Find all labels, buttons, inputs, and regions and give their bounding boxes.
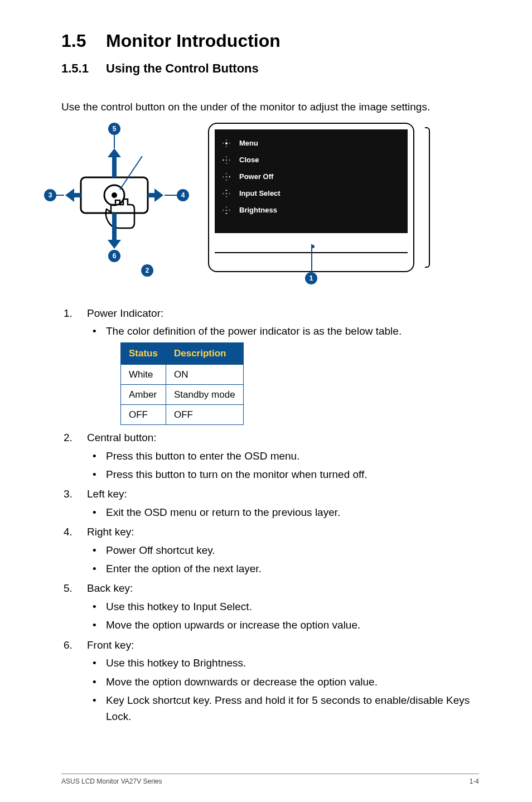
svg-point-35 — [226, 192, 228, 194]
joystick-right-icon — [221, 172, 231, 182]
item-title: Left key: — [87, 488, 127, 500]
instruction-list: Power Indicator: The color definition of… — [61, 305, 479, 725]
svg-marker-21 — [225, 156, 228, 157]
svg-marker-4 — [108, 148, 121, 157]
item-title: Central button: — [87, 432, 157, 443]
osd-item-input: Input Select — [221, 185, 401, 202]
svg-marker-37 — [225, 213, 228, 214]
joystick-left-icon — [221, 155, 231, 165]
figure-row: 5 2 3 4 6 Menu Close — [47, 123, 479, 293]
svg-marker-34 — [229, 192, 230, 195]
svg-point-2 — [112, 192, 117, 198]
osd-label: Brightness — [239, 206, 277, 214]
osd-item-brightness: Brightness — [221, 202, 401, 219]
joystick-down-icon — [221, 205, 231, 215]
table-cell: OFF — [166, 404, 243, 424]
list-item: Front key: Use this hotkey to Brightness… — [61, 637, 479, 725]
svg-marker-38 — [223, 209, 224, 211]
list-item: Power Indicator: The color definition of… — [61, 305, 479, 426]
item-title: Back key: — [87, 582, 133, 594]
sub-item: Enter the option of the next layer. — [87, 561, 479, 577]
osd-label: Input Select — [239, 189, 280, 197]
heading-number: 1.5 — [61, 31, 106, 51]
svg-marker-8 — [65, 189, 74, 202]
page-footer: ASUS LCD Monitor VA27V Series 1-4 — [61, 774, 479, 785]
list-item: Left key: Exit the OSD menu or return to… — [61, 486, 479, 520]
sub-item: Key Lock shortcut key. Press and hold it… — [87, 692, 479, 725]
sub-item: Exit the OSD menu or return to the previ… — [87, 504, 479, 520]
joystick-diagram: 5 2 3 4 6 — [47, 123, 192, 262]
svg-marker-18 — [223, 142, 224, 144]
sub-heading: 1.5.1Using the Control Buttons — [61, 61, 479, 76]
table-cell: OFF — [121, 404, 166, 424]
svg-marker-33 — [223, 192, 224, 195]
list-item: Back key: Use this hotkey to Input Selec… — [61, 580, 479, 633]
osd-label: Menu — [239, 139, 258, 147]
osd-item-menu: Menu — [221, 135, 401, 152]
joystick-svg — [47, 123, 192, 262]
table-cell: Amber — [121, 384, 166, 404]
footer-left: ASUS LCD Monitor VA27V Series — [61, 777, 162, 785]
svg-marker-22 — [225, 163, 228, 164]
table-cell: Standby mode — [166, 384, 243, 404]
callout-3: 3 — [44, 189, 56, 201]
svg-marker-31 — [225, 190, 228, 191]
intro-paragraph: Use the control button on the under of t… — [61, 99, 479, 115]
heading-title: Monitor Introduction — [106, 31, 280, 51]
osd-screen: Menu Close Power Off Input Select — [208, 123, 425, 293]
svg-line-12 — [120, 156, 142, 190]
table-row: Amber Standby mode — [121, 384, 244, 404]
svg-marker-16 — [225, 139, 228, 141]
item-title: Front key: — [87, 639, 134, 651]
svg-marker-27 — [225, 180, 228, 181]
item-title: Power Indicator: — [87, 307, 163, 319]
svg-marker-28 — [223, 176, 224, 178]
svg-marker-6 — [108, 240, 121, 249]
table-header: Status — [121, 343, 166, 364]
svg-point-25 — [226, 159, 228, 161]
svg-marker-10 — [154, 189, 163, 202]
svg-marker-23 — [223, 159, 224, 161]
footer-right: 1-4 — [470, 777, 479, 785]
sub-item: Press this button to turn on the monitor… — [87, 466, 479, 482]
joystick-center-icon — [221, 138, 231, 148]
list-item: Central button: Press this button to ent… — [61, 429, 479, 482]
table-row: White ON — [121, 364, 244, 384]
subheading-title: Using the Control Buttons — [106, 61, 259, 75]
callout-6: 6 — [108, 250, 120, 262]
sub-item: Power Off shortcut key. — [87, 542, 479, 558]
svg-point-30 — [226, 176, 228, 177]
table-row: OFF OFF — [121, 404, 244, 424]
svg-point-40 — [226, 209, 228, 211]
sub-item: Press this button to enter the OSD menu. — [87, 448, 479, 464]
svg-marker-36 — [225, 206, 228, 207]
svg-marker-19 — [229, 142, 230, 144]
callout-4: 4 — [177, 189, 189, 201]
sub-item: Move the option upwards or increase the … — [87, 617, 479, 633]
item-title: Right key: — [87, 526, 134, 538]
svg-marker-17 — [225, 146, 228, 147]
status-table: Status Description White ON Amber Standb… — [120, 342, 244, 425]
callout-2: 2 — [141, 264, 153, 277]
svg-marker-29 — [229, 176, 230, 178]
callout-1: 1 — [305, 272, 317, 284]
callout-5: 5 — [108, 123, 120, 135]
joystick-up-icon — [221, 189, 231, 199]
osd-panel: Menu Close Power Off Input Select — [215, 129, 408, 233]
table-header: Description — [166, 343, 243, 364]
sub-item: The color definition of the power indica… — [87, 323, 479, 339]
svg-marker-24 — [229, 159, 230, 161]
sub-item: Use this hotkey to Input Select. — [87, 598, 479, 615]
monitor-side-edge — [425, 127, 430, 268]
list-item: Right key: Power Off shortcut key. Enter… — [61, 524, 479, 577]
svg-point-20 — [225, 142, 228, 144]
subheading-number: 1.5.1 — [61, 61, 106, 76]
osd-item-close: Close — [221, 152, 401, 168]
table-cell: White — [121, 364, 166, 384]
led-leader-line — [311, 244, 312, 272]
table-cell: ON — [166, 364, 243, 384]
svg-marker-39 — [229, 209, 230, 211]
osd-label: Power Off — [239, 172, 273, 181]
svg-marker-32 — [225, 196, 228, 197]
sub-item: Use this hotkey to Brightness. — [87, 655, 479, 671]
